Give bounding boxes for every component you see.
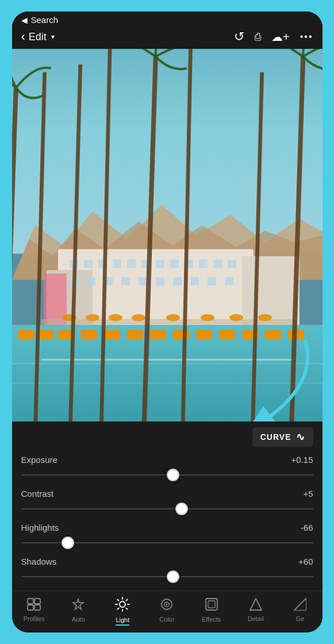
sliders-area: Exposure +0.15 Contrast +5 [12,451,323,582]
auto-label: Auto [72,616,85,623]
profiles-label: Profiles [24,615,45,622]
photo-area [12,49,323,421]
svg-rect-66 [28,605,33,610]
curve-row: CURVE ∿ [12,421,323,451]
nav-light[interactable]: Light [101,595,145,626]
svg-rect-20 [104,277,113,286]
detail-label: Detail [248,615,264,622]
svg-rect-44 [81,329,97,339]
effects-icon [205,597,218,614]
svg-point-33 [166,314,180,321]
svg-rect-47 [150,329,166,339]
svg-rect-17 [228,260,236,269]
edit-panel: CURVE ∿ Exposure +0.15 [12,421,323,591]
svg-rect-14 [185,260,193,269]
highlights-row: Highlights -66 [21,523,313,549]
bottom-nav: Profiles Auto [12,591,323,632]
geometry-label: Ge [296,615,305,622]
nav-color[interactable]: Color [145,595,189,626]
svg-rect-15 [199,260,208,269]
edit-label: Edit [29,31,47,43]
svg-rect-7 [84,260,93,269]
curve-button[interactable]: CURVE ∿ [252,427,313,447]
svg-rect-26 [208,277,216,286]
color-label: Color [159,616,174,623]
svg-rect-46 [127,329,143,339]
svg-line-74 [126,608,128,609]
svg-rect-8 [98,260,107,269]
back-button[interactable]: ‹ [21,30,25,43]
edit-dropdown-icon[interactable]: ▾ [51,33,55,41]
svg-rect-41 [18,329,34,339]
svg-point-79 [166,604,168,605]
svg-point-30 [86,314,99,321]
contrast-row: Contrast +5 [21,489,313,515]
exposure-label: Exposure [21,455,57,465]
svg-rect-51 [242,329,258,339]
light-label: Light [116,616,129,623]
svg-rect-42 [38,329,54,339]
detail-icon [249,598,262,613]
svg-rect-10 [127,260,136,269]
nav-effects[interactable]: Effects [189,595,233,626]
profiles-icon [27,598,41,613]
svg-rect-49 [196,329,212,339]
svg-point-29 [63,314,76,321]
status-bar: ◀ Search [12,12,323,27]
color-icon [160,597,174,614]
svg-point-34 [201,314,214,321]
nav-geometry[interactable]: Ge [278,595,322,626]
auto-icon [71,597,85,614]
svg-line-75 [126,600,128,601]
phone-container: ◀ Search ‹ Edit ▾ ↺ ⎙ ☁+ ••• [12,12,323,632]
shadows-slider[interactable] [21,571,313,582]
svg-point-68 [120,601,125,607]
svg-rect-80 [206,599,217,610]
svg-rect-24 [173,277,182,286]
highlights-label: Highlights [21,523,59,532]
svg-point-35 [229,314,243,321]
svg-marker-82 [250,599,262,610]
photo-scene [12,49,323,421]
svg-rect-16 [213,260,222,269]
highlights-slider[interactable] [21,537,313,549]
svg-rect-43 [58,329,74,339]
svg-rect-18 [70,277,78,286]
svg-rect-27 [225,277,233,286]
nav-profiles[interactable]: Profiles [12,595,56,626]
exposure-value: +0.15 [291,455,313,465]
effects-label: Effects [202,616,221,623]
svg-rect-67 [34,605,40,610]
nav-auto[interactable]: Auto [56,595,101,626]
svg-line-73 [118,600,119,601]
svg-point-36 [258,314,272,321]
svg-rect-25 [190,277,199,286]
svg-rect-40 [41,358,294,360]
svg-rect-13 [170,260,179,269]
svg-rect-12 [156,260,164,269]
status-back-icon[interactable]: ◀ [21,16,28,25]
shadows-value: +60 [298,557,313,566]
more-button[interactable]: ••• [300,32,313,42]
exposure-slider[interactable] [21,469,313,481]
light-icon [115,597,130,614]
svg-rect-6 [70,260,78,269]
nav-detail[interactable]: Detail [233,595,278,626]
svg-rect-48 [173,329,189,339]
svg-marker-83 [294,598,306,611]
shadows-label: Shadows [21,557,57,566]
curve-label: CURVE [260,432,291,442]
share-button[interactable]: ⎙ [255,31,261,43]
contrast-label: Contrast [21,489,54,499]
contrast-slider[interactable] [21,503,313,515]
svg-rect-45 [104,329,120,339]
cloud-button[interactable]: ☁+ [271,30,290,44]
svg-rect-22 [139,277,147,286]
light-active-indicator [116,624,129,626]
svg-point-32 [132,314,145,321]
svg-rect-81 [208,601,215,608]
undo-button[interactable]: ↺ [234,29,244,44]
svg-rect-52 [265,329,281,339]
top-toolbar: ‹ Edit ▾ ↺ ⎙ ☁+ ••• [12,27,323,49]
svg-rect-23 [156,277,164,286]
